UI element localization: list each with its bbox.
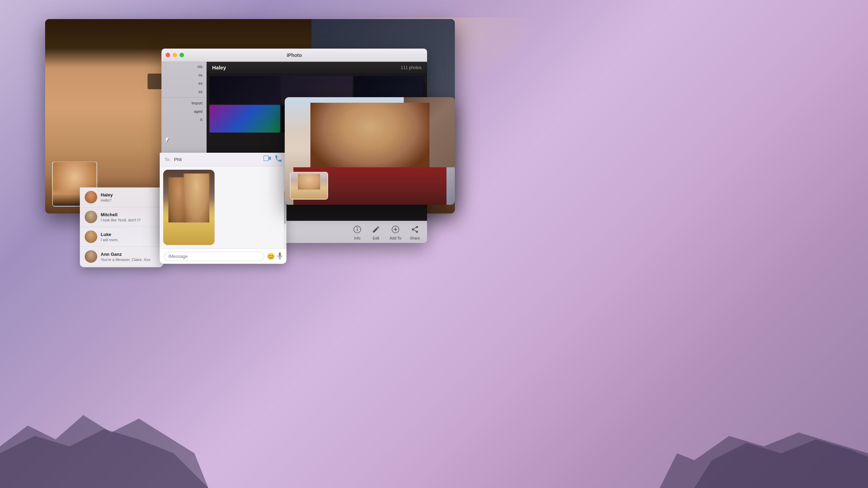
message-content-ann: Ann Ganz You're a lifesaver, Claire. Xox [101,252,158,262]
window-controls [166,53,184,57]
mountain-overlay [0,384,868,488]
info-button[interactable]: Info [352,224,362,240]
message-item-luke[interactable]: Luke I will mom. [80,227,163,247]
addto-label: Add To [390,236,401,240]
edit-button[interactable]: Edit [371,224,381,240]
self-thumb-face [298,174,320,190]
message-content-luke: Luke I will mom. [101,232,158,242]
microphone-button[interactable] [277,252,282,261]
message-action-icons [264,155,282,163]
message-preview-luke: I will mom. [101,238,158,242]
avatar-mitchell [85,211,97,223]
messages-sidebar: Haley Hello? Mitchell I look like Yentl,… [80,187,163,267]
message-content-haley: Haley Hello? [101,192,158,202]
iphoto-title: iPhoto [287,52,302,58]
sidebar-item-places[interactable]: es [161,87,207,96]
share-button[interactable]: Share [410,224,420,240]
edit-icon [371,224,381,235]
messages-to-bar: To: Phil [160,153,286,166]
phone-call-icon[interactable] [275,155,282,163]
share-icon [410,224,420,235]
svg-marker-0 [0,415,208,488]
to-label: To: [165,157,170,162]
minimize-button[interactable] [173,53,177,57]
message-preview-ann: You're a lifesaver, Claire. Xox [101,258,158,262]
info-icon [352,224,362,235]
photo-bubble-inner [163,170,215,245]
facetime-call-window[interactable] [285,97,455,205]
facetime-self-thumb-phil [290,172,328,200]
contact-name-luke: Luke [101,232,158,237]
album-name: Haley [212,65,226,70]
photo-thumb-1[interactable] [209,76,280,104]
iphoto-album-header: Haley 111 photos [207,62,427,73]
avatar-luke [85,230,97,243]
share-label: Share [410,236,420,240]
messages-panel: To: Phil [160,153,286,264]
sidebar-item-photos[interactable]: os [161,71,207,79]
photo-message-bubble [163,170,215,245]
emoji-button[interactable]: 😊 [267,253,275,260]
avatar-haley [85,191,97,203]
contact-name-ann: Ann Ganz [101,252,158,257]
svg-marker-2 [660,432,868,488]
message-preview-mitchell: I look like Yentl, don't I? [101,218,158,222]
avatar-ann [85,250,97,263]
message-item-haley[interactable]: Haley Hello? [80,187,163,207]
add-icon [390,224,401,235]
sidebar-item-import[interactable]: Import [161,99,207,107]
iphoto-titlebar: iPhoto [161,49,427,62]
photo-thumb-4[interactable] [209,105,280,133]
svg-marker-3 [694,439,868,488]
sidebar-item-flagged[interactable]: aged [161,107,207,116]
svg-point-5 [357,227,358,228]
svg-marker-1 [0,429,208,488]
message-item-mitchell[interactable]: Mitchell I look like Yentl, don't I? [80,207,163,227]
close-button[interactable] [166,53,170,57]
sidebar-item-faces[interactable]: es [161,79,207,87]
svg-rect-10 [264,156,269,161]
svg-rect-11 [279,252,281,257]
imessage-input[interactable] [164,252,264,261]
sidebar-divider [161,97,207,98]
photo-count: 111 photos [401,65,422,70]
sidebar-item-events[interactable]: nts [161,62,207,71]
person2-face [184,174,209,222]
to-name: Phil [174,157,182,162]
messages-body [160,166,286,249]
sidebar-item-trash[interactable]: h [161,116,207,124]
message-item-ann[interactable]: Ann Ganz You're a lifesaver, Claire. Xox [80,247,163,267]
add-to-button[interactable]: Add To [390,224,401,240]
video-call-icon[interactable] [264,155,271,163]
info-label: Info [354,236,360,240]
edit-label: Edit [373,236,379,240]
message-content-mitchell: Mitchell I look like Yentl, don't I? [101,212,158,222]
svg-rect-6 [357,229,358,231]
maximize-button[interactable] [180,53,184,57]
messages-input-bar: 😊 [160,249,286,264]
contact-name-mitchell: Mitchell [101,212,158,217]
contact-name-haley: Haley [101,192,158,197]
message-preview-haley: Hello? [101,198,158,202]
